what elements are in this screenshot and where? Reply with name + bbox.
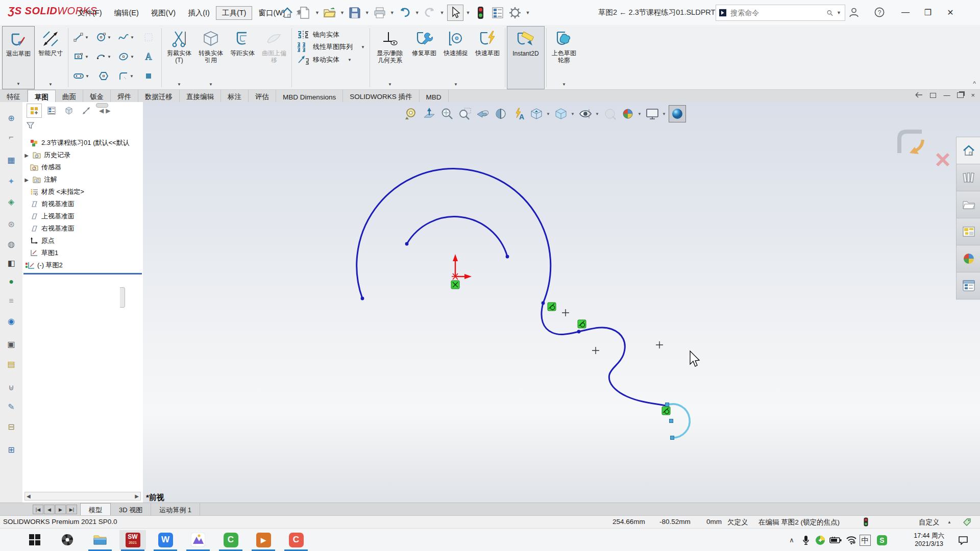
tab-sheet-metal[interactable]: 钣金	[83, 90, 111, 103]
tree-item-material[interactable]: 材质 <未指定>	[22, 186, 143, 198]
ribbon-collapse-icon[interactable]: ^	[973, 80, 976, 87]
taskbar-camtasia-icon[interactable]: C	[217, 530, 244, 549]
display-delete-relations-dropdown[interactable]: ▼	[388, 80, 392, 88]
slot-tool[interactable]: ▼	[70, 71, 92, 81]
polygon-tool[interactable]	[92, 71, 115, 81]
taskbar-mindmaster-icon[interactable]	[185, 530, 211, 549]
left-tool-icon-12[interactable]: ▣	[5, 337, 18, 350]
pane-close-icon[interactable]: ×	[971, 91, 975, 99]
help-icon[interactable]: ?	[872, 5, 887, 20]
tag-icon[interactable]	[963, 518, 971, 527]
tab-evaluate[interactable]: 评估	[249, 90, 276, 103]
exit-sketch-dropdown[interactable]: ▼	[16, 80, 20, 88]
task-pane-home-icon[interactable]	[956, 137, 980, 164]
view-orientation-dropdown[interactable]: ▼	[546, 112, 551, 116]
left-tool-icon-10[interactable]: ≡	[5, 294, 18, 308]
left-tool-icon-11[interactable]: ◉	[5, 314, 18, 328]
left-tool-icon-5[interactable]: ◈	[5, 195, 18, 208]
smart-dimension-button[interactable]: 智能尺寸 ▼	[35, 26, 66, 89]
redo-dropdown[interactable]: ▼	[440, 10, 445, 15]
render-mode-icon[interactable]	[669, 105, 686, 122]
view-orientation-icon[interactable]	[528, 106, 545, 122]
pane-minimize-icon[interactable]: —	[943, 91, 950, 99]
custom-dropdown-icon[interactable]: ▲	[947, 520, 951, 524]
exit-sketch-button[interactable]: 退出草图 ▼	[2, 26, 35, 89]
custom-properties-icon[interactable]	[956, 272, 980, 299]
search-icon[interactable]	[827, 9, 833, 17]
left-tool-icon-9[interactable]: ●	[5, 275, 18, 288]
point-tool[interactable]	[137, 72, 160, 80]
open-dropdown[interactable]: ▼	[340, 10, 345, 15]
trim-entities-button[interactable]: 剪裁实体(T) ▼	[163, 26, 195, 89]
appearances-scenes-icon[interactable]	[956, 245, 980, 272]
menu-edit[interactable]: 编辑(E)	[108, 6, 145, 20]
previous-view-icon[interactable]	[475, 106, 491, 122]
first-tab-icon[interactable]: |◀	[33, 505, 43, 514]
taskbar-solidworks-icon[interactable]: SW2021	[119, 530, 146, 549]
scroll-right-icon[interactable]: ▶	[135, 493, 139, 499]
left-tool-icon-4[interactable]: ✦	[5, 174, 18, 188]
tree-item-sensors[interactable]: 传感器	[22, 161, 143, 173]
search-dropdown[interactable]: ▼	[837, 10, 841, 15]
undo-dropdown[interactable]: ▼	[415, 10, 420, 15]
mirror-entities-button[interactable]: 镜向实体	[297, 30, 365, 39]
last-tab-icon[interactable]: ▶|	[66, 505, 77, 514]
pane-restore-icon[interactable]	[957, 92, 964, 98]
line-tool[interactable]: ▼	[70, 32, 92, 42]
redo-icon[interactable]	[422, 5, 437, 20]
taskbar-pinwheel-app-icon[interactable]	[54, 530, 81, 549]
menu-file[interactable]: 文件(F)	[71, 6, 108, 20]
options-list-icon[interactable]	[490, 5, 505, 20]
user-account-icon[interactable]	[846, 5, 862, 20]
left-tool-icon-2[interactable]: ⌐	[5, 131, 18, 144]
new-dropdown[interactable]: ▼	[315, 10, 320, 15]
options-gear-icon[interactable]	[507, 5, 523, 20]
relation-badge-tangent-3[interactable]	[662, 407, 670, 415]
open-icon[interactable]	[322, 5, 337, 20]
move-entities-button[interactable]: 移动实体 ▼	[297, 55, 365, 65]
home-icon[interactable]	[280, 5, 295, 20]
tray-expand-icon[interactable]: ∧	[785, 529, 798, 551]
prev-tab-icon[interactable]: ◀	[44, 505, 55, 514]
left-tool-icon-6[interactable]: ⊛	[5, 217, 18, 231]
smart-dimension-dropdown[interactable]: ▼	[48, 80, 53, 88]
sketch-arc-inner[interactable]	[407, 217, 507, 257]
filter-funnel-icon[interactable]	[27, 122, 34, 129]
circle-tool[interactable]: ▼	[92, 32, 115, 42]
annotation-view-icon[interactable]: A	[510, 106, 527, 122]
left-tool-icon-8[interactable]: ◧	[5, 256, 18, 269]
arc-tool[interactable]: ▼	[92, 52, 115, 62]
float-pane-icon[interactable]	[930, 93, 936, 98]
menu-view[interactable]: 视图(V)	[145, 6, 182, 20]
tree-item-history[interactable]: ▶ 历史记录	[22, 149, 143, 161]
tree-root-item[interactable]: 2.3节课程练习01 (默认<<默认	[22, 137, 143, 149]
left-tool-icon-16[interactable]: ⊟	[5, 420, 18, 433]
minimize-button[interactable]: —	[894, 8, 917, 17]
file-explorer-icon[interactable]	[956, 191, 980, 218]
search-input[interactable]	[729, 8, 824, 17]
tab-addins[interactable]: SOLIDWORKS 插件	[343, 90, 419, 103]
linear-pattern-button[interactable]: 线性草图阵列 ▼	[297, 42, 365, 52]
tree-item-sketch1[interactable]: 草图1	[22, 247, 143, 259]
panel-tabs-next-icon[interactable]: ▶	[106, 107, 110, 114]
sketch-spline[interactable]	[542, 303, 667, 406]
left-tool-icon-3[interactable]: ▦	[5, 153, 18, 166]
instant2d-button[interactable]: Instant2D	[507, 26, 545, 89]
tree-item-sketch2[interactable]: (-) 草图2	[22, 259, 143, 271]
linear-pattern-dropdown[interactable]: ▼	[361, 45, 365, 49]
left-tool-icon-17[interactable]: ⊞	[5, 443, 18, 456]
panel-collapse-handle[interactable]	[120, 287, 125, 308]
circle-dropdown[interactable]: ▼	[107, 35, 111, 40]
left-tool-icon-15[interactable]: ✎	[5, 400, 18, 413]
tab-markup[interactable]: 标注	[221, 90, 249, 103]
feature-manager-tab[interactable]	[27, 104, 42, 118]
ellipse-tool[interactable]: ▼	[115, 52, 137, 62]
next-tab-icon[interactable]: ▶	[55, 505, 66, 514]
tray-simpletex-icon[interactable]: S	[875, 529, 889, 551]
view-settings-icon[interactable]	[644, 106, 660, 122]
quick-sketch-button[interactable]: 快速草图	[472, 26, 503, 89]
tab-direct-editing[interactable]: 直接编辑	[180, 90, 221, 103]
action-center-icon[interactable]	[955, 529, 971, 551]
relation-badge-coincident-origin[interactable]	[451, 281, 459, 289]
spline-tool[interactable]: ▼	[115, 32, 137, 42]
